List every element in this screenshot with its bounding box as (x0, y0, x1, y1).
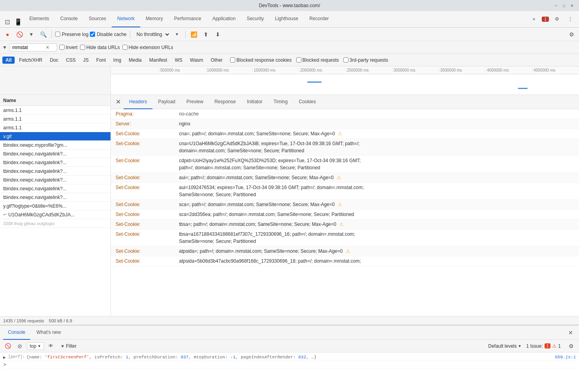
hide-data-urls-checkbox[interactable]: Hide data URLs (80, 45, 120, 50)
preserve-log-input[interactable] (55, 32, 60, 37)
list-item[interactable]: 3308 thog giteau outglogio (0, 219, 110, 228)
inspect-element-icon[interactable]: ⊡ (2, 16, 13, 27)
tab-lighthouse[interactable]: Lighthouse (269, 11, 304, 27)
disable-cache-checkbox[interactable]: Disable cache (90, 32, 126, 37)
list-item[interactable]: tbindex.newpc.navigatelink?... (0, 167, 110, 176)
header-row-setcookie-9: Set-Cookie: tbsa=a1671884334188681ef7307… (111, 229, 579, 246)
hide-ext-urls-checkbox[interactable]: Hide extension URLs (122, 45, 173, 50)
blocked-response-cookies-input[interactable] (230, 57, 235, 62)
console-tab-whatsnew[interactable]: What's new (32, 326, 66, 340)
source-link[interactable]: 659.js:1 (555, 355, 576, 360)
console-clear-button[interactable]: 🚫 (3, 341, 13, 351)
console-gear-icon[interactable]: ⚙ (566, 341, 576, 351)
type-pill-wasm[interactable]: Wasm (187, 57, 207, 64)
tab-memory[interactable]: Memory (140, 11, 168, 27)
disable-cache-input[interactable] (90, 32, 95, 37)
third-party-input[interactable] (343, 57, 349, 62)
blocked-requests-checkbox[interactable]: Blocked requests (296, 57, 339, 63)
list-item[interactable]: tbindex.newpc.navigatelink?... (0, 176, 110, 184)
detail-tab-initiator[interactable]: Initiator (241, 95, 268, 109)
detail-tab-cookies[interactable]: Cookies (293, 95, 321, 109)
type-pill-js[interactable]: JS (80, 57, 92, 64)
clear-button[interactable]: 🚫 (14, 29, 25, 40)
network-settings-icon[interactable]: ⚙ (566, 29, 577, 40)
type-pill-css[interactable]: CSS (63, 57, 79, 64)
tab-performance[interactable]: Performance (168, 11, 207, 27)
record-button[interactable]: ● (2, 29, 13, 40)
list-item[interactable]: tbindex.newpc.navigatelink?... (0, 158, 110, 167)
list-item[interactable]: tbindex.newpc.navigatelink?... (0, 193, 110, 202)
window-title: DevTools - www.taobao.com/ (259, 3, 320, 8)
list-item[interactable]: tbindex.newpc.navigatelink?... (0, 150, 110, 158)
device-toggle-icon[interactable]: 📱 (13, 16, 24, 27)
third-party-checkbox[interactable]: 3rd-party requests (343, 57, 388, 63)
eye-icon[interactable]: 👁 (46, 341, 56, 351)
console-filter-button[interactable]: ▼ Filter (58, 343, 79, 350)
settings-icon[interactable]: ⚙ (551, 13, 562, 25)
list-item[interactable]: arms.1.1 (0, 123, 110, 132)
hide-data-urls-input[interactable] (80, 45, 85, 50)
tab-elements[interactable]: Elements (24, 11, 55, 27)
type-pill-ws[interactable]: WS (171, 57, 185, 64)
throttle-dropdown-icon[interactable]: ▼ (172, 29, 182, 40)
list-item[interactable]: y.gif?logtype=0&title=%E6%... (0, 202, 110, 210)
tab-recorder[interactable]: Recorder (304, 11, 334, 27)
detail-tab-payload[interactable]: Payload (152, 95, 181, 109)
maximize-button[interactable]: □ (562, 3, 566, 8)
list-item[interactable]: arms.1.1 (0, 106, 110, 115)
blocked-response-cookies-checkbox[interactable]: Blocked response cookies (230, 57, 291, 63)
header-value: cna=U1OaH6MkGzgCAd5dKZbJA3iB; expires=Tu… (179, 140, 574, 154)
list-item[interactable]: tbindex.newpc.myprofile?gm... (0, 141, 110, 150)
type-pill-fetch[interactable]: Fetch/XHR (16, 57, 46, 64)
import-button[interactable]: ⬆ (201, 29, 211, 40)
console-tab-console[interactable]: Console (3, 326, 30, 340)
preserve-log-checkbox[interactable]: Preserve log (55, 32, 88, 37)
console-ban-icon[interactable]: ⊘ (15, 341, 25, 351)
context-selector[interactable]: top ▼ (27, 342, 44, 350)
blocked-requests-input[interactable] (296, 57, 301, 62)
detail-tab-preview[interactable]: Preview (181, 95, 209, 109)
more-options-icon[interactable]: ⋮ (565, 13, 576, 25)
console-close-button[interactable]: ✕ (566, 328, 576, 338)
list-item[interactable]: tbindex.newpc.navigatelink?... (0, 184, 110, 193)
type-pill-media[interactable]: Media (126, 57, 145, 64)
detail-tab-headers[interactable]: Headers (124, 95, 152, 109)
export-button[interactable]: ⬇ (213, 29, 223, 40)
filter-input[interactable] (12, 45, 44, 50)
detail-tab-response[interactable]: Response (209, 95, 241, 109)
search-button[interactable]: 🔍 (38, 29, 48, 40)
tab-console[interactable]: Console (55, 11, 83, 27)
type-pill-other[interactable]: Other (208, 57, 226, 64)
timeline-graph (111, 74, 579, 95)
tab-application[interactable]: Application (207, 11, 241, 27)
tab-network[interactable]: Network (112, 11, 140, 27)
tab-security[interactable]: Security (241, 11, 269, 27)
invert-input[interactable] (59, 45, 65, 50)
type-pill-img[interactable]: Img (110, 57, 124, 64)
throttle-select[interactable]: No throttling (133, 30, 170, 38)
ruler-7: 3500000 ms (439, 68, 486, 72)
hide-ext-urls-input[interactable] (122, 45, 128, 50)
close-button[interactable]: ✕ (569, 3, 574, 8)
list-item[interactable]: arms.1.1 (0, 115, 110, 123)
minimize-button[interactable]: ─ (554, 3, 558, 8)
list-item-selected[interactable]: v.gif (0, 132, 110, 141)
type-pill-doc[interactable]: Doc (47, 57, 61, 64)
default-levels-button[interactable]: Default levels ▼ (486, 343, 524, 350)
wifi-icon[interactable]: 📶 (189, 29, 199, 40)
expand-icon[interactable]: ▶ (3, 355, 6, 360)
type-pill-manifest[interactable]: Manifest (146, 57, 170, 64)
list-item[interactable]: ↩U1OaH6MkGzgCAd5dKZbJA... (0, 210, 110, 219)
filter-clear-button[interactable]: ✕ (46, 45, 50, 50)
header-value: no-cache (179, 110, 574, 117)
invert-checkbox[interactable]: Invert (59, 45, 78, 50)
tab-sources[interactable]: Sources (83, 11, 112, 27)
detail-close-button[interactable]: ✕ (112, 97, 124, 108)
type-pill-all[interactable]: All (2, 57, 15, 64)
filter-row: ▼ ✕ Invert Hide data URLs Hide extension… (0, 41, 579, 54)
detail-tab-timing[interactable]: Timing (268, 95, 293, 109)
filter-toggle-button[interactable]: ▼ (26, 29, 36, 40)
type-pill-font[interactable]: Font (93, 57, 109, 64)
more-tabs-button[interactable]: » (528, 13, 539, 25)
ruler-8: 4000000 ms (486, 68, 532, 72)
